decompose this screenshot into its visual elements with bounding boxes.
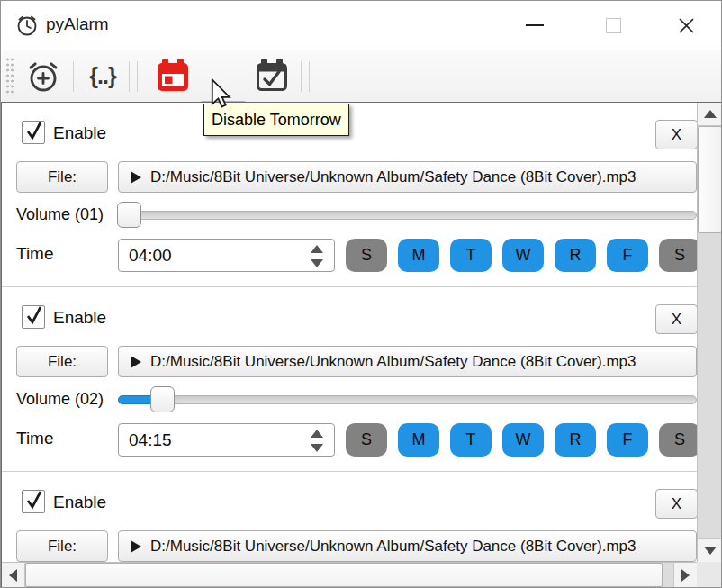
volume-label: Volume (01) bbox=[16, 205, 104, 224]
toolbar-separator bbox=[137, 61, 138, 92]
enable-checkbox[interactable] bbox=[22, 121, 45, 144]
toolbar-separator bbox=[309, 61, 310, 92]
day-button-saturday[interactable]: S bbox=[659, 239, 697, 272]
slider-track[interactable] bbox=[118, 395, 697, 404]
file-path-text: D:/Music/8Bit Universe/Unknown Album/Saf… bbox=[150, 353, 636, 371]
slider-handle[interactable] bbox=[117, 202, 141, 228]
window-title: pyAlarm bbox=[46, 14, 109, 34]
enable-label[interactable]: Enable bbox=[53, 123, 106, 143]
pyalarm-window: pyAlarm {..} bbox=[0, 0, 722, 588]
time-input[interactable] bbox=[129, 430, 291, 451]
spin-up-icon bbox=[311, 430, 323, 438]
vertical-scrollbar[interactable] bbox=[697, 103, 722, 562]
toolbar-separator bbox=[73, 61, 74, 92]
day-button-saturday[interactable]: S bbox=[659, 423, 697, 457]
time-label: Time bbox=[16, 429, 54, 448]
day-button-thursday[interactable]: R bbox=[555, 423, 596, 457]
arrow-down-icon bbox=[704, 547, 717, 555]
day-button-friday[interactable]: F bbox=[607, 423, 648, 457]
enable-label[interactable]: Enable bbox=[53, 493, 106, 512]
toolbar-grip-handle[interactable] bbox=[5, 57, 15, 96]
horizontal-scrollbar-thumb[interactable] bbox=[25, 563, 663, 587]
checkmark-icon bbox=[23, 486, 46, 513]
scroll-down-button[interactable] bbox=[698, 538, 722, 562]
alarm-plus-icon bbox=[23, 56, 63, 95]
arrow-up-icon bbox=[704, 110, 717, 118]
play-icon bbox=[131, 171, 141, 184]
close-button[interactable] bbox=[659, 1, 713, 50]
alarm-item: Enable X File: D:/Music/8Bit Universe/Un… bbox=[2, 472, 697, 562]
alarm-list-viewport: Enable X File: D:/Music/8Bit Universe/Un… bbox=[2, 103, 697, 562]
remove-alarm-button[interactable]: X bbox=[655, 489, 697, 519]
braces-icon: {..} bbox=[89, 63, 115, 89]
scroll-left-button[interactable] bbox=[2, 563, 25, 587]
time-label: Time bbox=[16, 244, 54, 264]
remove-alarm-button[interactable]: X bbox=[655, 120, 697, 149]
volume-slider[interactable] bbox=[118, 395, 697, 404]
alarm-item: Enable X File: D:/Music/8Bit Universe/Un… bbox=[2, 287, 697, 472]
calendar-check-icon bbox=[252, 56, 292, 95]
calendar-today-red-icon bbox=[153, 56, 193, 95]
arrow-left-icon bbox=[9, 569, 17, 582]
day-button-sunday[interactable]: S bbox=[346, 239, 387, 272]
enable-all-days-button[interactable] bbox=[250, 54, 293, 97]
scroll-right-button[interactable] bbox=[673, 563, 697, 587]
maximize-icon bbox=[606, 18, 621, 33]
vertical-scrollbar-thumb[interactable] bbox=[698, 126, 722, 233]
minimize-icon bbox=[526, 24, 544, 26]
time-decrement-button[interactable] bbox=[305, 256, 329, 270]
play-icon bbox=[131, 356, 141, 368]
day-button-tuesday[interactable]: T bbox=[450, 239, 492, 272]
spin-down-icon bbox=[311, 444, 323, 452]
alarm-item: Enable X File: D:/Music/8Bit Universe/Un… bbox=[2, 103, 697, 287]
enable-label[interactable]: Enable bbox=[53, 308, 106, 328]
time-increment-button[interactable] bbox=[305, 241, 329, 256]
play-icon bbox=[131, 540, 141, 553]
day-button-monday[interactable]: M bbox=[398, 423, 439, 457]
alarm-list-frame: Enable X File: D:/Music/8Bit Universe/Un… bbox=[1, 102, 722, 588]
horizontal-scrollbar[interactable] bbox=[2, 562, 697, 587]
enable-checkbox[interactable] bbox=[22, 490, 45, 513]
file-button[interactable]: File: bbox=[16, 161, 108, 193]
toolbar-separator bbox=[129, 61, 130, 92]
toolbar-separator bbox=[301, 61, 302, 92]
time-spinbox bbox=[118, 423, 335, 457]
day-button-wednesday[interactable]: W bbox=[502, 423, 544, 457]
arrow-right-icon bbox=[681, 569, 690, 582]
day-button-sunday[interactable]: S bbox=[346, 423, 387, 457]
scrollbar-corner bbox=[697, 562, 722, 587]
remove-alarm-button[interactable]: X bbox=[655, 304, 697, 334]
day-button-monday[interactable]: M bbox=[398, 239, 439, 272]
checkmark-icon bbox=[23, 117, 46, 144]
scroll-up-button[interactable] bbox=[698, 103, 722, 126]
file-path-play-button[interactable]: D:/Music/8Bit Universe/Unknown Album/Saf… bbox=[118, 346, 697, 377]
checkmark-icon bbox=[23, 302, 46, 329]
file-path-play-button[interactable]: D:/Music/8Bit Universe/Unknown Album/Saf… bbox=[118, 530, 697, 562]
maximize-button[interactable] bbox=[586, 1, 640, 50]
day-button-thursday[interactable]: R bbox=[555, 239, 596, 272]
spin-up-icon bbox=[311, 245, 323, 253]
file-button[interactable]: File: bbox=[16, 530, 108, 562]
minimize-button[interactable] bbox=[508, 1, 562, 50]
file-path-play-button[interactable]: D:/Music/8Bit Universe/Unknown Album/Saf… bbox=[118, 161, 697, 193]
file-path-text: D:/Music/8Bit Universe/Unknown Album/Saf… bbox=[150, 168, 636, 186]
slider-handle[interactable] bbox=[150, 386, 175, 412]
file-button[interactable]: File: bbox=[16, 346, 108, 377]
disable-today-button[interactable] bbox=[151, 54, 194, 97]
day-button-tuesday[interactable]: T bbox=[450, 423, 492, 457]
day-button-wednesday[interactable]: W bbox=[502, 239, 544, 272]
file-path-text: D:/Music/8Bit Universe/Unknown Album/Saf… bbox=[150, 538, 636, 556]
toolbar: {..} bbox=[2, 50, 722, 102]
spin-down-icon bbox=[311, 259, 323, 267]
mouse-cursor bbox=[208, 78, 235, 113]
slider-track[interactable] bbox=[118, 211, 697, 220]
title-bar: pyAlarm bbox=[1, 1, 721, 50]
time-decrement-button[interactable] bbox=[305, 440, 329, 455]
snooze-options-button[interactable]: {..} bbox=[81, 54, 124, 97]
day-button-friday[interactable]: F bbox=[607, 239, 648, 272]
time-input[interactable] bbox=[129, 245, 291, 267]
enable-checkbox[interactable] bbox=[22, 305, 45, 329]
add-alarm-button[interactable] bbox=[22, 54, 65, 97]
volume-slider[interactable] bbox=[118, 211, 697, 220]
time-increment-button[interactable] bbox=[305, 426, 329, 440]
